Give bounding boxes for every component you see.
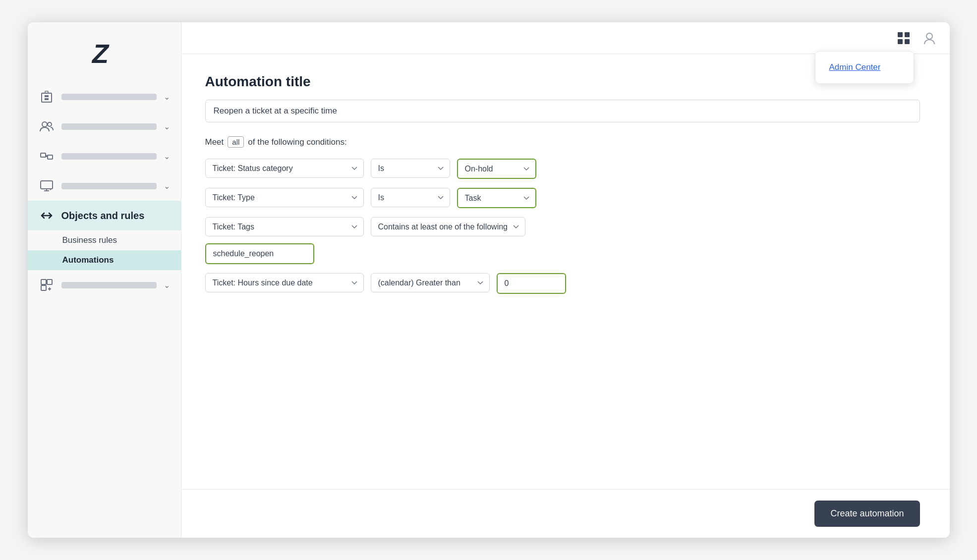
admin-center-dropdown: Admin Center [815,51,914,84]
nav-label-bar [61,123,157,130]
condition-4-field-select[interactable]: Ticket: Hours since due date [205,273,364,292]
grid-icon[interactable] [895,30,912,47]
condition-4-value-input[interactable] [497,273,566,294]
condition-row-1: Ticket: Status category Is On-hold New O… [205,159,920,179]
condition-row-2: Ticket: Type Is Task Question Incident P… [205,188,920,208]
sidebar-item-channels[interactable]: ⌄ [28,141,181,171]
sidebar-item-automations[interactable]: Automations [28,250,181,270]
admin-center-link[interactable]: Admin Center [815,56,914,79]
footer-bar: Create automation [181,489,950,538]
condition-1-operator-select[interactable]: Is [371,159,450,178]
condition-row-4: Ticket: Hours since due date (calendar) … [205,273,920,294]
svg-rect-17 [41,280,46,284]
svg-rect-10 [48,155,53,159]
sidebar-item-business-rules[interactable]: Business rules [28,230,181,250]
chevron-down-icon: ⌄ [164,152,170,161]
sidebar-item-org[interactable]: ⌄ [28,82,181,112]
svg-point-16 [50,189,51,190]
chevron-down-icon: ⌄ [164,181,170,191]
chevron-down-icon: ⌄ [164,280,170,290]
apps-icon [39,277,55,293]
nav-label-bar [61,153,157,160]
logo-area: Z [28,22,181,82]
svg-rect-9 [41,153,46,157]
topbar-icons [895,30,938,47]
condition-4-operator-select[interactable]: (calendar) Greater than (business) Great… [371,273,490,292]
building-icon [39,89,55,105]
main-content: Admin Center Automation title Meet all o… [181,22,950,538]
sidebar-item-label: Objects and rules [61,210,170,222]
svg-rect-23 [905,32,910,37]
svg-point-7 [42,122,47,127]
create-automation-button[interactable]: Create automation [814,501,920,527]
svg-rect-22 [898,32,903,37]
condition-3-operator-select[interactable]: Contains at least one of the following C… [371,217,525,236]
objects-rules-icon [39,208,55,224]
conditions-prefix: Meet [205,137,224,147]
chevron-down-icon: ⌄ [164,92,170,102]
automation-title-input[interactable] [205,100,920,122]
sidebar-item-monitor[interactable]: ⌄ [28,171,181,201]
svg-rect-18 [47,280,52,284]
condition-2-value-select[interactable]: Task Question Incident Problem [457,188,536,208]
chevron-down-icon: ⌄ [164,122,170,131]
conditions-badge: all [228,136,244,148]
condition-3-field-select[interactable]: Ticket: Tags [205,217,364,236]
svg-rect-2 [45,95,47,97]
sidebar-item-objects-and-rules[interactable]: Objects and rules [28,201,181,230]
sidebar-navigation: ⌄ ⌄ ⌄ [28,82,181,538]
conditions-header: Meet all of the following conditions: [205,136,920,148]
sidebar-item-apps[interactable]: ⌄ [28,270,181,300]
automation-title-label: Automation title [205,74,920,90]
topbar: Admin Center [181,22,950,54]
people-icon [39,118,55,134]
svg-rect-19 [41,285,46,290]
channels-icon [39,148,55,164]
condition-2-operator-select[interactable]: Is [371,188,450,207]
svg-rect-4 [45,98,47,100]
svg-rect-24 [898,39,903,44]
condition-1-value-select[interactable]: On-hold New Open Pending Solved [457,159,536,179]
nav-label-bar [61,282,157,288]
sidebar-item-people[interactable]: ⌄ [28,112,181,141]
condition-1-field-select[interactable]: Ticket: Status category [205,159,364,178]
svg-rect-1 [42,93,52,102]
svg-rect-6 [45,91,48,93]
sidebar: Z ⌄ ⌄ [28,22,181,538]
condition-2-field-select[interactable]: Ticket: Type [205,188,364,207]
content-area: Automation title Meet all of the followi… [181,54,950,489]
monitor-icon [39,178,55,194]
nav-label-bar [61,94,157,100]
tag-input-wrap [205,243,920,264]
svg-point-8 [48,122,52,126]
nav-label-bar [61,183,157,189]
condition-row-3: Ticket: Tags Contains at least one of th… [205,217,920,264]
zendesk-logo: Z [89,38,119,68]
svg-rect-13 [41,181,53,189]
svg-rect-5 [47,98,49,100]
svg-text:Z: Z [91,39,110,68]
tag-input[interactable] [205,243,314,264]
svg-point-26 [926,33,932,39]
conditions-suffix: of the following conditions: [248,137,346,147]
svg-rect-3 [47,95,49,97]
user-icon[interactable] [921,30,938,47]
sub-navigation: Business rules Automations [28,230,181,270]
svg-rect-25 [905,39,910,44]
